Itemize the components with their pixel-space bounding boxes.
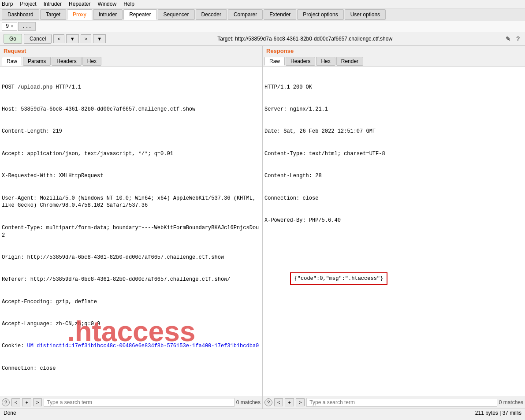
req-line3: Content-Length: 219 [2, 128, 261, 135]
response-search-prev[interactable]: < [274, 398, 283, 406]
resp-line2: Server: nginx/1.21.1 [264, 106, 523, 113]
toolbar: Go Cancel < ▼ > ▼ Target: http://53859d7… [0, 32, 525, 46]
repeater-tab-close[interactable]: × [11, 24, 13, 29]
response-json-box: {"code":0,"msg":".htaccess"} [290, 272, 388, 285]
tab-extender[interactable]: Extender [264, 9, 296, 20]
request-sub-tabs: Raw Params Headers Hex [0, 56, 262, 67]
resp-line3: Date: Sat, 26 Feb 2022 12:51:07 GMT [264, 128, 523, 135]
req-line13: Connection: close [2, 365, 261, 372]
tab-repeater[interactable]: Repeater [123, 9, 156, 20]
request-tab-params[interactable]: Params [23, 57, 51, 66]
back-dropdown-button[interactable]: ▼ [66, 34, 79, 43]
main-tab-bar: Dashboard Target Proxy Intruder Repeater… [0, 8, 525, 21]
tab-project-options[interactable]: Project options [297, 9, 343, 20]
resp-line4: Content-Type: text/html; charset=UTF-8 [264, 150, 523, 158]
resp-line6: Connection: close [264, 195, 523, 202]
req-line14 [2, 387, 261, 394]
request-search-bar: ? < + > 0 matches [0, 396, 262, 409]
request-title: Request [0, 46, 262, 56]
status-left: Done [4, 410, 16, 416]
resp-line7: X-Powered-By: PHP/5.6.40 [264, 217, 523, 224]
repeater-tab-more[interactable]: ... [18, 22, 36, 31]
request-search-next-plus[interactable]: + [22, 398, 31, 406]
req-line1: POST /upload.php HTTP/1.1 [2, 84, 261, 91]
target-url: Target: http://53859d7a-6bc8-4361-82b0-d… [108, 36, 502, 42]
menu-project[interactable]: Project [20, 1, 36, 7]
request-search-next[interactable]: > [33, 398, 42, 406]
response-title: Response [263, 46, 525, 56]
tab-user-options[interactable]: User options [345, 9, 386, 20]
response-pane: Response Raw Headers Hex Render HTTP/1.1… [263, 46, 525, 409]
response-search-bar: ? < + > 0 matches [263, 396, 525, 409]
request-tab-hex[interactable]: Hex [82, 57, 101, 66]
response-search-next[interactable]: > [296, 398, 305, 406]
menu-window[interactable]: Window [97, 1, 116, 7]
req-line4: Accept: application/json, text/javascrip… [2, 150, 261, 158]
req-line2: Host: 53859d7a-6bc8-4361-82b0-dd00c7af66… [2, 106, 261, 113]
request-tab-raw[interactable]: Raw [2, 57, 22, 66]
tab-decoder[interactable]: Decoder [196, 9, 227, 20]
cookie-link[interactable]: UM_distinctid=17ef31b1bcc48c-00486e6e834… [27, 343, 259, 349]
request-search-prev[interactable]: < [11, 398, 20, 406]
forward-dropdown-button[interactable]: ▼ [93, 34, 106, 43]
req-line10: Accept-Encoding: gzip, deflate [2, 298, 261, 306]
response-match-count: 0 matches [499, 399, 523, 405]
tab-intruder[interactable]: Intruder [93, 9, 123, 20]
go-button[interactable]: Go [4, 34, 22, 44]
menu-intruder[interactable]: Intruder [44, 1, 62, 7]
repeater-tab-bar: 9 × ... [0, 21, 525, 32]
req-line5: X-Requested-With: XMLHttpRequest [2, 172, 261, 180]
main-content: Request Raw Params Headers Hex POST /upl… [0, 46, 525, 409]
back-button[interactable]: < [53, 34, 64, 43]
help-button[interactable]: ? [514, 35, 521, 42]
resp-json: {"code":0,"msg":".htaccess"} [264, 261, 523, 292]
repeater-tab-9[interactable]: 9 × [2, 22, 17, 31]
req-line11: Accept-Language: zh-CN,zh;q=0.9 [2, 320, 261, 328]
response-search-input[interactable] [306, 398, 497, 407]
response-search-next-plus[interactable]: + [285, 398, 294, 406]
request-tab-headers[interactable]: Headers [52, 57, 81, 66]
menu-repeater[interactable]: Repeater [69, 1, 90, 7]
response-tab-render[interactable]: Render [336, 57, 363, 66]
edit-target-button[interactable]: ✎ [504, 35, 513, 42]
status-right: 211 bytes | 37 millis [475, 410, 521, 416]
req-line7: Content-Type: multipart/form-data; bound… [2, 224, 261, 239]
req-line8: Origin: http://53859d7a-6bc8-4361-82b0-d… [2, 254, 261, 261]
resp-line1: HTTP/1.1 200 OK [264, 84, 523, 91]
response-sub-tabs: Raw Headers Hex Render [263, 56, 525, 67]
response-content[interactable]: HTTP/1.1 200 OK Server: nginx/1.21.1 Dat… [263, 67, 525, 396]
req-line6: User-Agent: Mozilla/5.0 (Windows NT 10.0… [2, 195, 261, 210]
tab-dashboard[interactable]: Dashboard [2, 9, 39, 20]
req-line12: Cookie: UM_distinctid=17ef31b1bcc48c-004… [2, 342, 261, 350]
status-bar: Done 211 bytes | 37 millis [0, 409, 525, 417]
response-tab-raw[interactable]: Raw [264, 57, 285, 66]
cancel-button[interactable]: Cancel [24, 34, 52, 44]
response-tab-headers[interactable]: Headers [286, 57, 315, 66]
forward-button[interactable]: > [81, 34, 91, 43]
request-search-help[interactable]: ? [2, 398, 10, 406]
menu-bar: Burp Project Intruder Repeater Window He… [0, 0, 525, 8]
response-tab-hex[interactable]: Hex [316, 57, 335, 66]
request-pane: Request Raw Params Headers Hex POST /upl… [0, 46, 263, 409]
req-line9: Referer: http://53859d7a-6bc8-4361-82b0-… [2, 276, 261, 283]
response-search-help[interactable]: ? [264, 398, 272, 406]
resp-line5: Content-Length: 28 [264, 172, 523, 180]
request-content[interactable]: POST /upload.php HTTP/1.1 Host: 53859d7a… [0, 67, 262, 396]
request-match-count: 0 matches [236, 399, 261, 405]
menu-burp[interactable]: Burp [2, 1, 13, 7]
resp-line8 [264, 239, 523, 246]
request-search-input[interactable] [44, 398, 234, 407]
tab-proxy[interactable]: Proxy [67, 9, 92, 20]
tab-comparer[interactable]: Comparer [228, 9, 263, 20]
menu-help[interactable]: Help [123, 1, 134, 7]
tab-sequencer[interactable]: Sequencer [158, 9, 195, 20]
tab-target[interactable]: Target [40, 9, 66, 20]
